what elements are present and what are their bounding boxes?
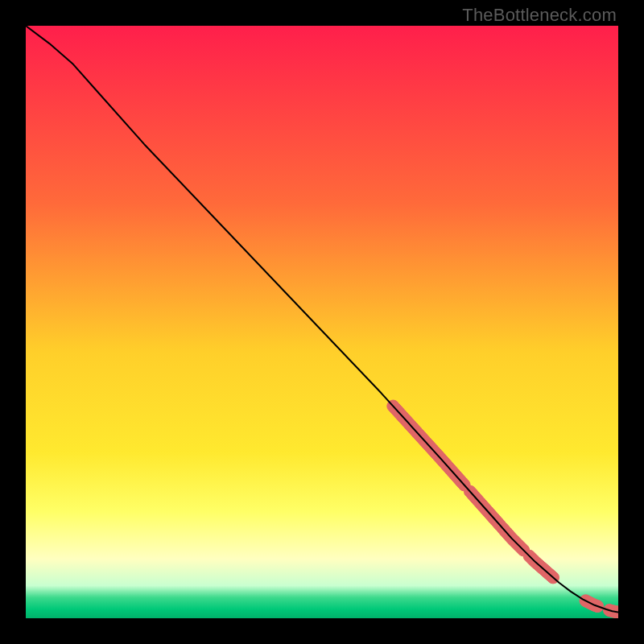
attribution-label: TheBottleneck.com (462, 5, 617, 26)
chart-svg (26, 26, 618, 618)
plot-area (26, 26, 618, 618)
highlight-dots (387, 400, 618, 618)
curve-line (26, 26, 618, 613)
chart-frame: TheBottleneck.com (0, 0, 644, 644)
